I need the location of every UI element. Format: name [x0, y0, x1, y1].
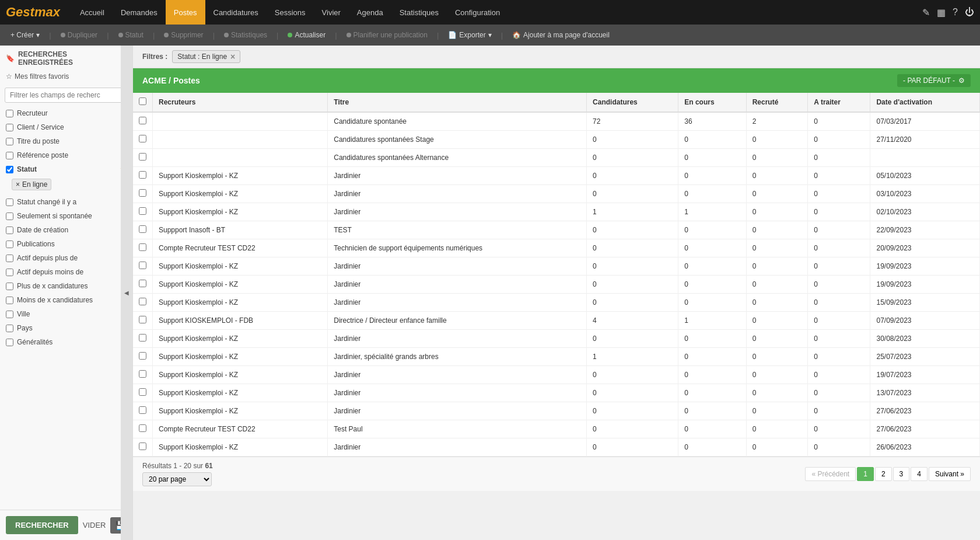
row-checkbox[interactable] — [139, 171, 146, 179]
sidebar-filter-item[interactable]: Statut changé il y a — [0, 195, 132, 209]
supprimer-button[interactable]: Supprimer — [158, 29, 209, 41]
table-row[interactable]: Support Kioskemploi - KZ Jardinier, spéc… — [133, 348, 980, 366]
sidebar-filter-item[interactable]: Client / Service — [0, 120, 132, 134]
row-checkbox[interactable] — [139, 280, 146, 287]
select-all-checkbox[interactable] — [139, 97, 146, 105]
filter-checkbox[interactable] — [6, 339, 13, 346]
row-checkbox-cell[interactable] — [133, 294, 153, 312]
help-icon[interactable]: ? — [953, 7, 958, 18]
table-row[interactable]: Support KIOSKEMPLOI - FDB Directrice / D… — [133, 312, 980, 330]
row-checkbox[interactable] — [139, 189, 146, 197]
sidebar-filter-item[interactable]: Plus de x candidatures — [0, 279, 132, 293]
nav-agenda[interactable]: Agenda — [349, 0, 391, 25]
sidebar-filter-item[interactable]: Recruteur — [0, 106, 132, 120]
table-row[interactable]: Candidatures spontanées Stage 0 0 0 0 27… — [133, 131, 980, 149]
saved-searches-section[interactable]: 🔖 RECHERCHES ENREGISTRÉES ▾ — [0, 46, 132, 69]
row-checkbox[interactable] — [139, 207, 146, 215]
table-row[interactable]: Support Kioskemploi - KZ Jardinier 0 0 0… — [133, 330, 980, 348]
a-traiter-header[interactable]: A traiter — [808, 93, 870, 112]
tools-icon[interactable]: ✎ — [922, 7, 930, 18]
sidebar-search-input[interactable] — [5, 88, 128, 103]
row-checkbox-cell[interactable] — [133, 185, 153, 203]
filter-checkbox[interactable] — [6, 198, 13, 206]
row-checkbox-cell[interactable] — [133, 438, 153, 457]
exporter-button[interactable]: 📄 Exporter ▾ — [442, 29, 497, 41]
row-checkbox[interactable] — [139, 334, 146, 342]
row-checkbox[interactable] — [139, 262, 146, 269]
filter-checkbox[interactable] — [6, 255, 13, 262]
page-2-button[interactable]: 2 — [875, 467, 892, 481]
grid-icon[interactable]: ▦ — [937, 7, 946, 18]
sidebar-filter-item[interactable]: Référence poste — [0, 148, 132, 162]
table-config-button[interactable]: - PAR DÉFAUT - ⚙ — [897, 74, 971, 87]
table-row[interactable]: Compte Recruteur TEST CD22 Technicien de… — [133, 239, 980, 257]
row-checkbox-cell[interactable] — [133, 257, 153, 276]
filter-checkbox[interactable] — [6, 212, 13, 220]
filter-checkbox[interactable] — [6, 152, 13, 159]
page-1-button[interactable]: 1 — [857, 467, 874, 481]
filter-checkbox[interactable] — [6, 227, 13, 234]
en-ligne-remove[interactable]: × — [16, 180, 20, 189]
vider-button[interactable]: VIDER — [83, 521, 106, 529]
sidebar-filter-item[interactable]: Ville — [0, 307, 132, 321]
date-activation-header[interactable]: Date d'activation — [870, 93, 980, 112]
row-checkbox-cell[interactable] — [133, 112, 153, 131]
power-icon[interactable]: ⏻ — [965, 7, 974, 18]
table-row[interactable]: Support Kioskemploi - KZ Jardinier 0 0 0… — [133, 257, 980, 276]
page-3-button[interactable]: 3 — [893, 467, 910, 481]
row-checkbox[interactable] — [139, 424, 146, 432]
row-checkbox[interactable] — [139, 406, 146, 414]
row-checkbox[interactable] — [139, 153, 146, 161]
recrute-header[interactable]: Recruté — [746, 93, 808, 112]
row-checkbox-cell[interactable] — [133, 312, 153, 330]
ajouter-button[interactable]: 🏠 Ajouter à ma page d'accueil — [506, 29, 615, 41]
nav-configuration[interactable]: Configuration — [447, 0, 508, 25]
filter-checkbox[interactable] — [6, 311, 13, 318]
en-cours-header[interactable]: En cours — [678, 93, 746, 112]
row-checkbox[interactable] — [139, 225, 146, 233]
row-checkbox[interactable] — [139, 316, 146, 323]
filter-checkbox[interactable] — [6, 283, 13, 290]
row-checkbox[interactable] — [139, 117, 146, 124]
table-row[interactable]: Support Kioskemploi - KZ Jardinier 1 1 0… — [133, 203, 980, 221]
sidebar-filter-item[interactable]: Pays — [0, 321, 132, 335]
recruteurs-header[interactable]: Recruteurs — [153, 93, 328, 112]
planifier-button[interactable]: Planifier une publication — [341, 29, 433, 41]
candidatures-header[interactable]: Candidatures — [587, 93, 678, 112]
row-checkbox-cell[interactable] — [133, 239, 153, 257]
table-row[interactable]: Support Kioskemploi - KZ Jardinier 0 0 0… — [133, 276, 980, 294]
sidebar-filter-item[interactable]: Généralités — [0, 335, 132, 349]
table-row[interactable]: Support Kioskemploi - KZ Jardinier 0 0 0… — [133, 438, 980, 457]
row-checkbox-cell[interactable] — [133, 149, 153, 167]
filter-checkbox[interactable] — [6, 138, 13, 145]
nav-statistiques[interactable]: Statistiques — [391, 0, 447, 25]
titre-header[interactable]: Titre — [328, 93, 587, 112]
table-row[interactable]: Candidature spontanée 72 36 2 0 07/03/20… — [133, 112, 980, 131]
sidebar-filter-item[interactable]: Date de création — [0, 223, 132, 237]
row-checkbox[interactable] — [139, 135, 146, 142]
select-all-header[interactable] — [133, 93, 153, 112]
table-row[interactable]: Compte Recruteur TEST CD22 Test Paul 0 0… — [133, 420, 980, 438]
actualiser-button[interactable]: Actualiser — [282, 29, 331, 41]
sidebar-collapse-arrow[interactable]: ◀ — [121, 46, 132, 540]
nav-accueil[interactable]: Accueil — [72, 0, 113, 25]
per-page-select[interactable]: 20 par page 50 par page 100 par page — [142, 472, 212, 486]
nav-candidatures[interactable]: Candidatures — [205, 0, 267, 25]
nav-demandes[interactable]: Demandes — [113, 0, 166, 25]
row-checkbox[interactable] — [139, 243, 146, 251]
table-row[interactable]: Support Kioskemploi - KZ Jardinier 0 0 0… — [133, 294, 980, 312]
filter-checkbox[interactable] — [6, 297, 13, 304]
sidebar-filter-item[interactable]: Titre du poste — [0, 134, 132, 148]
filter-checkbox[interactable] — [6, 325, 13, 332]
prev-page-button[interactable]: « Précédent — [805, 467, 856, 481]
row-checkbox-cell[interactable] — [133, 384, 153, 402]
row-checkbox-cell[interactable] — [133, 131, 153, 149]
row-checkbox-cell[interactable] — [133, 330, 153, 348]
row-checkbox-cell[interactable] — [133, 402, 153, 420]
row-checkbox[interactable] — [139, 352, 146, 360]
row-checkbox[interactable] — [139, 388, 146, 396]
filter-checkbox[interactable] — [6, 269, 13, 276]
sidebar-filter-item[interactable]: Seulement si spontanée — [0, 209, 132, 223]
next-page-button[interactable]: Suivant » — [929, 467, 971, 481]
page-4-button[interactable]: 4 — [911, 467, 928, 481]
